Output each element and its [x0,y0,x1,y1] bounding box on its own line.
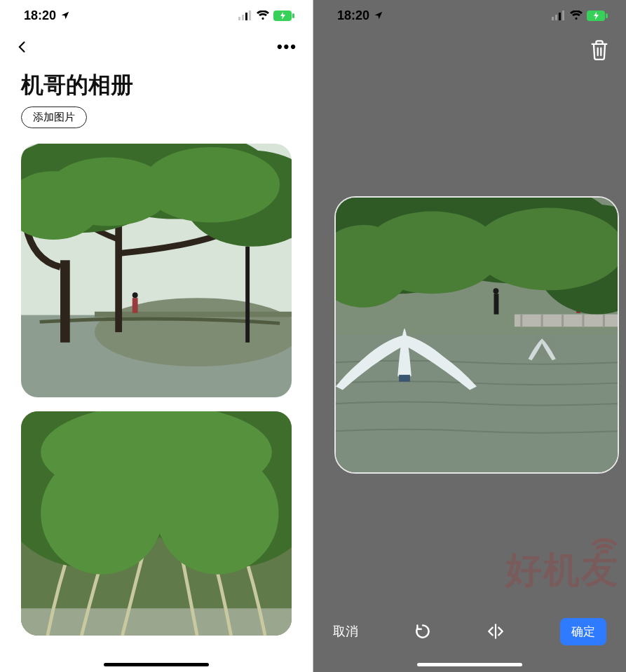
photo-item[interactable] [21,411,292,636]
album-screen: 18:20 ••• 机哥的相册 添加图片 [0,0,313,672]
svg-point-54 [473,208,618,291]
delete-button[interactable] [590,39,609,63]
back-icon[interactable] [15,40,29,54]
location-icon [60,11,70,20]
svg-rect-9 [95,312,292,317]
svg-rect-11 [60,260,70,342]
cancel-button[interactable]: 取消 [333,623,358,640]
svg-rect-2 [245,13,247,20]
svg-rect-3 [249,11,251,20]
home-indicator[interactable] [417,663,522,666]
svg-rect-29 [552,17,554,20]
svg-point-28 [156,452,279,575]
svg-point-8 [95,298,292,366]
svg-rect-0 [238,17,240,20]
svg-rect-32 [562,11,564,20]
svg-rect-34 [606,13,608,18]
wifi-icon [570,11,583,20]
rotate-icon[interactable] [414,622,432,640]
add-photo-button[interactable]: 添加图片 [21,107,87,128]
svg-point-17 [142,147,280,223]
svg-rect-30 [555,15,557,20]
wifi-icon [257,11,269,20]
svg-point-27 [41,452,163,575]
album-title: 机哥的相册 [0,63,313,107]
confirm-button[interactable]: 确定 [560,618,606,645]
svg-rect-10 [245,247,250,343]
svg-rect-37 [515,315,618,327]
svg-rect-31 [559,13,561,20]
svg-rect-22 [21,608,292,636]
svg-point-44 [494,288,499,294]
svg-rect-19 [132,298,138,313]
svg-rect-43 [494,294,499,314]
svg-rect-5 [292,13,294,18]
svg-point-20 [132,292,138,298]
status-bar: 18:20 [0,0,313,31]
nav-bar: ••• [0,31,313,63]
status-time: 18:20 [337,8,369,23]
status-time: 18:20 [24,8,56,23]
home-indicator[interactable] [104,663,209,666]
location-icon [374,11,383,20]
signal-icon [552,11,566,20]
battery-charging-icon [587,11,608,21]
more-icon[interactable]: ••• [277,38,297,56]
watermark: 好机友 [505,546,619,595]
crop-toolbar: 取消 确定 [313,612,626,651]
photo-list [0,128,313,636]
photo-item[interactable] [21,144,292,397]
flip-icon[interactable] [486,622,505,640]
battery-charging-icon [273,11,294,21]
status-bar: 18:20 [313,0,626,31]
crop-screen: 18:20 [313,0,626,672]
svg-rect-49 [399,375,410,382]
crop-area[interactable] [334,196,619,474]
signal-icon [238,11,252,20]
svg-rect-1 [242,15,244,20]
